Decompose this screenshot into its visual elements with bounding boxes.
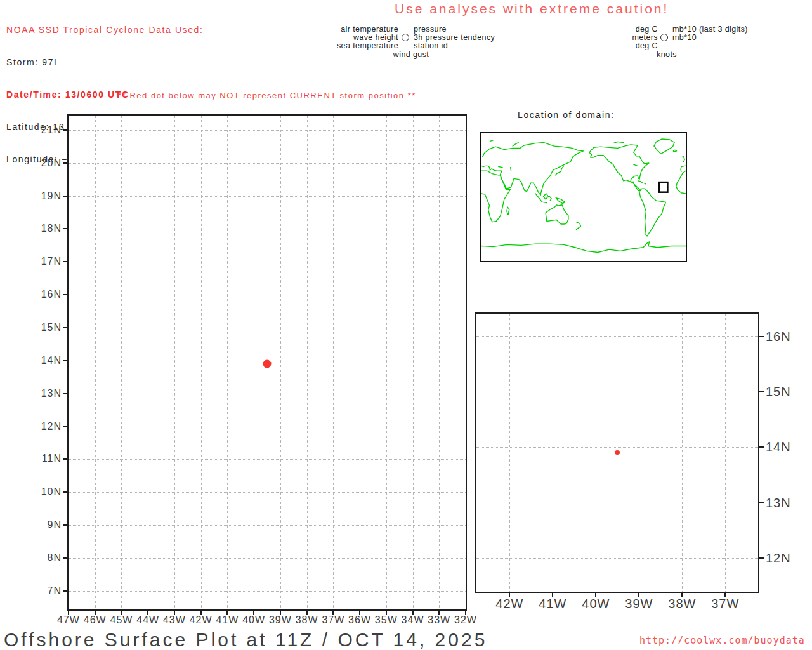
x-tick-label: 38W <box>296 614 318 626</box>
gridline-vertical <box>639 314 639 592</box>
gridline-vertical <box>553 314 553 592</box>
gridline-horizontal <box>476 558 758 559</box>
x-tick-label: 43W <box>163 614 186 626</box>
x-tick-label: 40W <box>242 614 265 626</box>
gridline-horizontal <box>69 262 466 262</box>
gridline-horizontal <box>69 558 466 559</box>
y-tick-label: 11N <box>42 453 62 465</box>
storm-position-warning: ** Red dot below may NOT represent CURRE… <box>67 91 467 100</box>
coast-africa-east <box>481 171 511 222</box>
y-tick-label: 17N <box>41 256 62 267</box>
y-axis-tick <box>63 557 67 559</box>
gridline-horizontal <box>69 163 466 164</box>
gridline-horizontal <box>476 447 758 448</box>
y-tick-label: 19N <box>41 190 62 202</box>
gridline-horizontal <box>69 591 466 592</box>
y-axis-tick <box>759 336 764 337</box>
coast-eurasia-north <box>483 143 583 157</box>
zoom-chart: 42W41W40W39W38W37W16N15N14N13N12N <box>475 312 759 593</box>
units-wind-gust: knots <box>648 50 686 59</box>
x-tick-label: 35W <box>375 614 398 626</box>
gridline-vertical <box>386 116 387 609</box>
coast-cuba <box>638 181 643 183</box>
gridline-horizontal <box>69 394 466 394</box>
coast-iberia <box>681 166 686 171</box>
y-axis-tick <box>63 360 67 361</box>
coast-africa-west <box>676 171 686 194</box>
coast-north-america <box>589 145 649 191</box>
units-legend-right-column: mb*10 (last 3 digits) mb*10 <box>672 25 748 42</box>
y-tick-label: 12N <box>766 550 791 565</box>
coast-east-asia <box>540 151 583 195</box>
x-tick-label: 39W <box>625 597 653 611</box>
gridline-horizontal <box>69 295 466 295</box>
y-axis-tick <box>759 391 764 392</box>
gridline-vertical <box>307 116 308 609</box>
coast-novaya-zemlya <box>513 143 518 147</box>
world-coastline-map <box>481 133 686 261</box>
y-tick-label: 13N <box>766 495 791 510</box>
y-tick-label: 7N <box>48 585 62 597</box>
x-tick-label: 45W <box>110 614 133 626</box>
gridline-vertical <box>509 314 510 592</box>
y-tick-label: 18N <box>41 223 62 234</box>
coast-south-america <box>639 189 666 236</box>
y-axis-tick <box>759 446 764 448</box>
y-tick-label: 15N <box>41 322 62 333</box>
legend-sea-temperature: sea temperature <box>335 42 398 50</box>
station-legend-right-column: pressure 3h pressure tendency station id <box>414 25 495 50</box>
y-tick-label: 14N <box>766 440 791 454</box>
gridline-horizontal <box>69 196 466 197</box>
x-tick-label: 42W <box>190 614 213 626</box>
gridline-vertical <box>333 116 334 609</box>
coast-borneo <box>543 194 548 199</box>
units-pressure-tendency: mb*10 <box>672 34 748 42</box>
gridline-horizontal <box>69 492 466 493</box>
y-tick-label: 9N <box>48 519 62 531</box>
y-axis-tick <box>759 557 764 559</box>
gridline-vertical <box>148 116 148 609</box>
y-tick-label: 16N <box>41 289 62 300</box>
coast-arctic-islands <box>613 142 624 143</box>
y-axis-tick <box>63 327 67 328</box>
coast-great-lakes <box>634 164 638 166</box>
x-tick-label: 38W <box>668 597 696 611</box>
gridline-vertical <box>174 116 175 609</box>
world-map-inset <box>480 132 687 262</box>
gridline-vertical <box>360 116 360 609</box>
cyclone-info-storm: Storm: 97L <box>6 57 203 68</box>
storm-position-dot <box>263 360 272 368</box>
x-tick-label: 47W <box>57 614 80 626</box>
y-axis-tick <box>63 162 67 164</box>
y-tick-label: 14N <box>41 355 62 366</box>
coast-britain <box>683 156 685 162</box>
y-axis-tick <box>63 261 67 262</box>
coast-caspian-sea <box>511 168 511 171</box>
coast-sulawesi <box>549 196 551 201</box>
x-tick-label: 44W <box>136 614 159 626</box>
gridline-horizontal <box>69 525 466 526</box>
station-legend-left-column: air temperature wave height sea temperat… <box>335 25 398 50</box>
x-tick-label: 34W <box>402 614 424 626</box>
y-tick-label: 13N <box>41 388 62 399</box>
y-axis-tick <box>63 196 67 197</box>
main-chart: 47W46W45W44W43W42W41W40W39W38W37W36W35W3… <box>67 114 467 611</box>
x-tick-label: 39W <box>269 614 292 626</box>
gridline-horizontal <box>476 503 758 503</box>
y-axis-tick <box>63 294 67 295</box>
y-axis-tick <box>759 502 764 503</box>
y-axis-tick <box>63 129 67 131</box>
coast-australia <box>546 205 568 224</box>
gridline-vertical <box>254 116 254 609</box>
x-tick-label: 41W <box>539 597 566 611</box>
coast-south-asia <box>501 175 540 195</box>
x-tick-label: 37W <box>711 597 739 611</box>
caution-headline: Use analyses with extreme caution! <box>395 1 669 17</box>
gridline-vertical <box>439 116 440 609</box>
y-axis-tick <box>63 426 67 427</box>
y-tick-label: 8N <box>48 552 62 564</box>
y-axis-tick <box>63 524 67 526</box>
y-axis-tick <box>63 393 67 394</box>
coast-antarctica <box>481 242 686 253</box>
gridline-horizontal <box>69 427 466 427</box>
